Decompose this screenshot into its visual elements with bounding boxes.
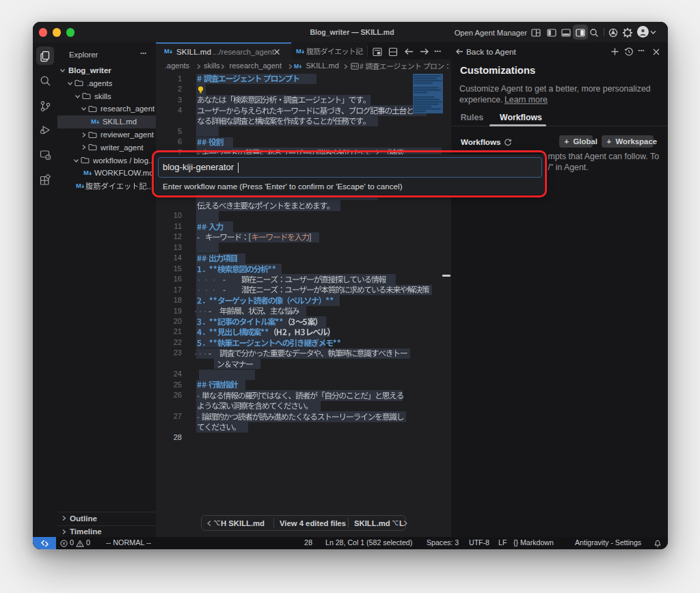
svg-text:M: M <box>294 63 299 70</box>
svg-text:M: M <box>83 169 89 176</box>
svg-text:M: M <box>76 182 81 189</box>
svg-text:M: M <box>296 48 301 55</box>
svg-text:M: M <box>91 118 96 125</box>
svg-text:M: M <box>164 48 170 55</box>
